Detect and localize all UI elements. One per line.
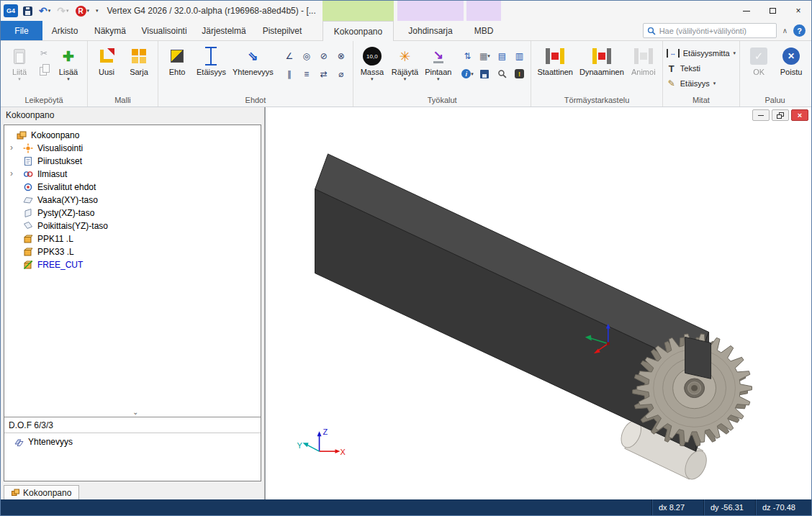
search-input[interactable] (659, 27, 772, 35)
tree-item-drawings[interactable]: Piirustukset (4, 155, 261, 168)
constraint-list-item[interactable]: Yhtenevyys (4, 433, 261, 447)
coincident-constraint-button[interactable]: ≡ (299, 67, 314, 81)
constraints-icon (23, 182, 33, 192)
parallel-constraint-button[interactable]: ∥ (282, 67, 297, 81)
group-label-dimensions: Mitat (667, 95, 736, 107)
contextual-strip-purple-1 (397, 1, 464, 21)
viewport-restore-button[interactable] (772, 109, 789, 121)
angle-icon: ∠ (285, 51, 293, 61)
new-icon (100, 50, 113, 63)
exit-button[interactable]: ✕ Poistu (776, 43, 806, 76)
ribbon-collapse-button[interactable]: ∧ (782, 27, 788, 35)
part-icon (23, 234, 33, 244)
swap-constraint-button[interactable]: ⇄ (317, 67, 331, 81)
explode-button[interactable]: ✳ Räjäytä ▾ (389, 43, 420, 82)
animate-button[interactable]: Animoi (628, 43, 659, 76)
tab-visualisointi[interactable]: Visualisointi (133, 21, 195, 40)
close-icon: × (798, 111, 802, 119)
add-button[interactable]: ✚ Lisää ▾ (53, 43, 84, 82)
3d-scene[interactable]: Z X Y (266, 107, 811, 499)
angle-constraint-button[interactable]: ∠ (282, 49, 297, 63)
tree-item-xy-plane[interactable]: Vaaka(XY)-taso (4, 194, 261, 207)
undo-button[interactable]: ↶▾ (37, 4, 52, 18)
tree-item-preselected-constraints[interactable]: Esivalitut ehdot (4, 181, 261, 194)
cut-button[interactable]: ✂ (37, 46, 51, 60)
condition-button[interactable]: Ehto (162, 43, 192, 76)
3d-viewport[interactable]: × (265, 107, 811, 499)
tab-mbd[interactable]: MBD (466, 21, 501, 40)
explode-icon: ✳ (400, 48, 411, 65)
distance-dimension-button[interactable]: ✎ Etäisyys ▾ (667, 77, 736, 90)
tree-item-xz-plane[interactable]: Pysty(XZ)-taso (4, 207, 261, 219)
viewport-minimize-button[interactable] (752, 109, 770, 121)
viewport-close-button[interactable]: × (791, 109, 808, 121)
tab-johdinsarja[interactable]: Johdinsarja (397, 21, 464, 40)
mass-button[interactable]: 10,0 Massa ▾ (357, 43, 387, 82)
tree-item-ppk33[interactable]: PPK33 .L (4, 245, 261, 258)
window-title: Vertex G4 2026 / 32.0.0-alpha (r196968-a… (107, 6, 316, 16)
info-button[interactable]: i▾ (460, 67, 474, 81)
distance-measure-button[interactable]: ↔ Etäisyysmitta ▾ (667, 47, 736, 60)
list-view-button[interactable]: ▤ (495, 49, 509, 63)
diameter-icon: ⌀ (338, 69, 343, 79)
diameter-constraint-button[interactable]: ⌀ (334, 67, 348, 81)
section-collapse-icon[interactable]: ⌄ (132, 408, 138, 416)
close-button[interactable]: × (785, 1, 811, 21)
vertex-menu-button[interactable]: R▾ (74, 4, 91, 18)
expand-chevron-icon[interactable]: › (10, 142, 13, 153)
part-icon (23, 247, 33, 257)
table-button[interactable]: ▦▾ (477, 49, 492, 63)
to-surface-button[interactable]: ↘ Pintaan ▾ (423, 43, 454, 82)
tab-arkisto[interactable]: Arkisto (42, 21, 87, 40)
gear-constraint-button[interactable]: ⊗ (334, 49, 348, 63)
redo-button[interactable]: ↷▾ (55, 4, 70, 18)
tangent-constraint-button[interactable]: ⊘ (317, 49, 331, 63)
tab-file[interactable]: File (1, 21, 42, 40)
zoom-button[interactable] (495, 67, 509, 81)
status-bar: dx 8.27 dy -56.31 dz -70.48 (1, 499, 811, 515)
assembly-icon (17, 130, 27, 140)
save-button[interactable] (22, 4, 34, 18)
maximize-button[interactable] (759, 1, 785, 21)
sort-order-button[interactable]: ⇅ (460, 49, 474, 63)
save-model-button[interactable] (477, 67, 492, 81)
contextual-strip-purple-2 (466, 1, 501, 21)
help-button[interactable]: ? (793, 24, 806, 37)
tree-item-appearances[interactable]: › Ilmiasut (4, 168, 261, 181)
tree-item-ppk11[interactable]: PPK11 .L (4, 232, 261, 245)
tree-item-yz-plane[interactable]: Poikittais(YZ)-taso (4, 219, 261, 232)
copy-button[interactable] (37, 63, 51, 76)
plus-icon: ✚ (63, 48, 74, 65)
coincidence-icon: ⇘ (248, 49, 258, 64)
tree-item-visualization[interactable]: › Visualisointi (4, 142, 261, 155)
panel-tab-kokoonpano[interactable]: Kokoonpano (4, 485, 79, 499)
columns-view-button[interactable]: ▥ (512, 49, 526, 63)
dynamic-collision-button[interactable]: Dynaaminen (577, 43, 626, 76)
tab-pistepilvet[interactable]: Pistepilvet (253, 21, 312, 40)
series-button[interactable]: Sarja (124, 43, 154, 76)
new-button[interactable]: Uusi (91, 43, 122, 76)
coincidence-button[interactable]: ⇘ Yhtenevyys (230, 43, 276, 76)
assembly-panel: Kokoonpano Kokoonpano › Visualisointi Pi… (1, 107, 265, 499)
ok-button[interactable]: ✓ OK (744, 43, 774, 76)
tree-item-free-cut[interactable]: FREE_CUT (4, 258, 261, 271)
expand-chevron-icon[interactable]: › (10, 168, 13, 178)
info-icon: i (461, 69, 471, 78)
search-icon (647, 27, 656, 35)
tab-nakyma[interactable]: Näkymä (87, 21, 133, 40)
paste-button[interactable]: Liitä ▾ (4, 43, 35, 82)
quick-access-customize-button[interactable]: ▾ (94, 4, 100, 18)
key-part[interactable] (685, 337, 711, 379)
static-collision-button[interactable]: Staattinen (535, 43, 575, 76)
text-dimension-button[interactable]: T Teksti (667, 62, 736, 75)
tab-jarjestelma[interactable]: Järjestelmä (195, 21, 253, 40)
tab-kokoonpano[interactable]: Kokoonpano (322, 21, 394, 41)
tree-item-assembly-root[interactable]: Kokoonpano (4, 129, 261, 142)
minimize-button[interactable] (734, 1, 759, 21)
warning-button[interactable]: ! (512, 67, 526, 81)
dropdown-icon: ▾ (67, 76, 70, 82)
distance-constraint-button[interactable]: Etäisyys (194, 43, 228, 76)
ok-check-icon: ✓ (750, 47, 767, 65)
ribbon-group-constraints: Ehto Etäisyys ⇘ Yhtenevyys ∠ ◎ ⊘ ⊗ ∥ ≡ (158, 41, 353, 107)
concentric-constraint-button[interactable]: ◎ (299, 49, 314, 63)
